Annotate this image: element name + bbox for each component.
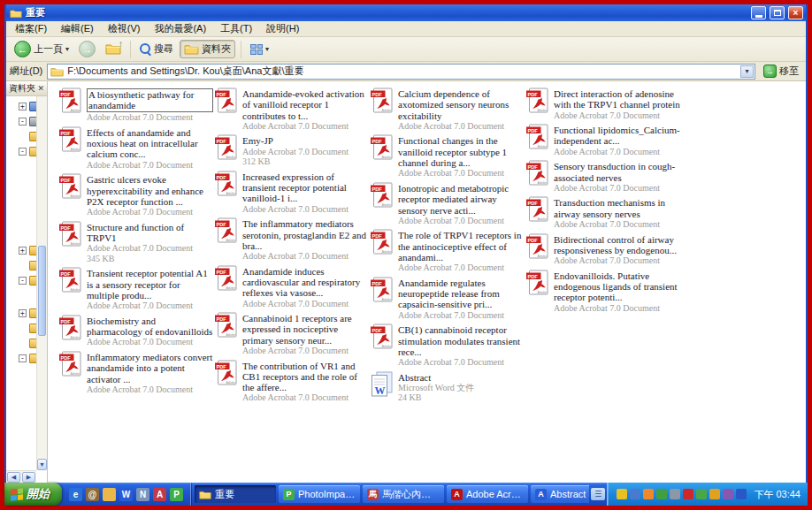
file-item[interactable]: Anandamide regulates neuropeptide releas… [370,275,525,322]
internet-explorer-icon[interactable]: e [69,488,82,501]
messenger-icon[interactable] [630,489,640,499]
file-item[interactable]: Increased expression of transient recept… [214,169,370,216]
close-pane-icon[interactable]: ✕ [37,85,44,93]
utility-icon[interactable] [723,489,733,499]
tree-node[interactable] [19,258,36,273]
back-button[interactable]: ← 上一頁 ▾ [11,39,73,59]
start-button[interactable]: 開始 [4,483,62,506]
file-item[interactable]: Inflammatory mediators convert anandamid… [58,349,214,396]
up-button[interactable]: ↑ [102,41,125,57]
pdf-icon [215,312,237,338]
tree-node[interactable]: + [19,243,36,258]
file-item[interactable]: Cannabinoid 1 receptors are expressed in… [214,310,370,357]
tree-node[interactable]: + [19,99,36,114]
menu-item[interactable]: 編輯(E) [54,21,101,36]
file-item[interactable]: Endovanilloids. Putative endogenous liga… [525,268,681,315]
network-icon[interactable] [670,489,680,499]
search-button[interactable]: 搜尋 [136,41,177,57]
scrollbar-thumb[interactable] [38,246,46,336]
horizontal-scrollbar[interactable]: ◀ ▶ [6,470,36,483]
update-icon[interactable] [643,489,654,499]
tree-node[interactable] [19,321,36,336]
tree-node[interactable]: - [19,144,36,159]
views-dropdown-icon: ▾ [265,45,269,53]
scroll-left-icon[interactable]: ◀ [7,472,20,483]
file-item[interactable]: Calcium dependence of axotomized sensory… [370,86,525,133]
file-item[interactable]: Structure and function of TRPV1Adobe Acr… [58,219,214,266]
file-title: Sensory transduction in cough-associated… [554,161,680,183]
folders-button[interactable]: 資料夾 [180,40,235,58]
minimize-button[interactable] [751,6,766,19]
file-item[interactable]: Biochemistry and pharmacology of endovan… [58,313,214,349]
file-item[interactable]: Ionotropic and metabotropic receptor med… [370,180,525,227]
outlook-express-icon[interactable]: @ [86,488,99,501]
taskbar-task-folder[interactable]: 重要 [195,485,276,503]
restore-button[interactable] [770,6,785,19]
language-bar-icon[interactable]: ☰ [591,488,605,500]
file-item[interactable]: A biosynthetic pathway for anandamideAdo… [58,86,214,125]
tree-node[interactable] [19,129,36,144]
file-item[interactable]: The contribution of VR1 and CB1 receptor… [214,358,370,405]
word-icon[interactable]: W [119,488,133,501]
file-item[interactable]: Functional changes in the vanilloid rece… [370,133,525,179]
notepad-icon[interactable]: N [136,488,149,501]
file-item[interactable]: Emy-JPAdobe Acrobat 7.0 Document312 KB [214,133,370,168]
volume-mixer-icon[interactable] [709,489,720,499]
tree-node[interactable]: - [19,114,36,129]
views-button[interactable]: ▾ [247,42,272,57]
scroll-right-icon[interactable]: ▶ [22,472,35,483]
menu-item[interactable]: 工具(T) [213,21,259,36]
my-documents-folder-icon[interactable] [103,488,116,501]
menu-item[interactable]: 說明(H) [259,21,306,36]
file-item[interactable]: Anandamide induces cardiovascular and re… [214,263,370,310]
antivirus-icon[interactable] [656,489,667,499]
taskbar-task-doc-red[interactable]: 馬馬偕心內Wu... [363,485,444,503]
file-item[interactable]: Effects of anandamide and noxious heat o… [58,125,214,171]
display-settings-icon[interactable] [736,489,747,499]
back-icon: ← [14,41,31,57]
file-item[interactable]: The inflammatory mediators serotonin, pr… [214,216,370,263]
menu-item[interactable]: 檢視(V) [101,21,148,36]
file-type: Adobe Acrobat 7.0 Document [242,392,369,403]
file-item[interactable]: Transient receptor potential A1 is a sen… [58,265,214,312]
address-dropdown-icon[interactable]: ▾ [740,65,754,78]
menu-item[interactable]: 我的最愛(A) [147,21,213,36]
taskbar-task-word[interactable]: AAbstract - Mic... [531,485,589,503]
photoimpact-icon[interactable]: P [170,488,183,501]
go-button[interactable]: → 移至 [760,65,802,78]
file-item[interactable]: Sensory transduction in cough-associated… [525,158,681,194]
file-title: Transient receptor potential A1 is a sen… [87,268,213,301]
tree-node[interactable] [19,336,36,351]
file-item[interactable]: AbstractMicrosoft Word 文件24 KB [370,369,525,405]
file-item[interactable]: Bidirectional control of airway responsi… [525,232,681,268]
forward-button[interactable]: → [75,39,99,59]
security-shield-icon[interactable] [617,489,627,499]
tree-node[interactable]: - [19,351,36,366]
file-type: Adobe Acrobat 7.0 Document [554,110,680,121]
folder-icon [10,8,22,19]
scroll-down-icon[interactable]: ▼ [37,459,47,470]
file-item[interactable]: Transduction mechanisms in airway sensor… [525,194,681,231]
vertical-scrollbar[interactable]: ▼ [36,96,47,470]
address-bar: 網址(D) F:\Documents and Settings\Dr. Kou\… [6,62,806,81]
close-button[interactable]: × [788,6,803,19]
address-input[interactable]: F:\Documents and Settings\Dr. Kou\桌面\Ana… [47,64,755,80]
taskbar-task-photoimpact[interactable]: PPhotoImpact -... [279,485,360,503]
file-item[interactable]: Gastric ulcers evoke hyperexcitability a… [58,171,214,218]
file-type: Adobe Acrobat 7.0 Document [87,301,213,311]
tree-node[interactable]: + [19,306,36,321]
file-column: Direct interaction of adenosine with the… [525,86,681,315]
file-item[interactable]: The role of TRPV1 receptors in the antin… [370,227,525,274]
msn-user-icon[interactable] [696,489,707,499]
file-item[interactable]: Anandamide-evoked activation of vanilloi… [214,86,370,133]
back-dropdown-icon[interactable]: ▾ [65,45,69,53]
title-bar[interactable]: 重要 × [6,4,806,21]
file-item[interactable]: Direct interaction of adenosine with the… [525,86,681,122]
file-item[interactable]: Functional lipidomics_Calcium-independen… [525,122,681,158]
tree-node[interactable]: - [19,273,36,288]
file-item[interactable]: CB(1) cannabinoid receptor stimulation m… [370,322,525,369]
taskbar-task-acrobat[interactable]: AAdobe Acroba... [447,485,528,503]
access-icon[interactable]: A [153,488,166,501]
menu-item[interactable]: 檔案(F) [8,21,54,36]
kaspersky-icon[interactable] [683,489,693,499]
